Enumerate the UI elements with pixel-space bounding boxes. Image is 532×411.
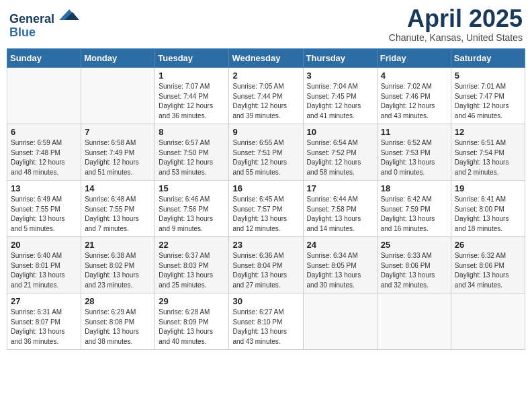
day-info: Sunrise: 6:51 AM Sunset: 7:54 PM Dayligh… [455,138,521,177]
day-info: Sunrise: 6:48 AM Sunset: 7:55 PM Dayligh… [85,195,151,234]
calendar-cell [451,293,525,350]
day-info: Sunrise: 6:45 AM Sunset: 7:57 PM Dayligh… [232,195,299,234]
logo-icon [59,7,79,23]
day-info: Sunrise: 6:32 AM Sunset: 8:06 PM Dayligh… [455,251,521,290]
day-number: 29 [159,296,225,306]
day-number: 2 [232,71,299,81]
day-number: 19 [455,183,521,193]
day-number: 22 [159,240,225,250]
day-number: 6 [11,127,77,137]
day-info: Sunrise: 6:36 AM Sunset: 8:04 PM Dayligh… [232,251,299,290]
day-number: 4 [381,71,447,81]
day-info: Sunrise: 6:29 AM Sunset: 8:08 PM Dayligh… [85,308,151,347]
day-number: 23 [232,240,299,250]
day-info: Sunrise: 6:28 AM Sunset: 8:09 PM Dayligh… [159,308,225,347]
day-number: 27 [11,296,77,306]
calendar-cell: 4Sunrise: 7:02 AM Sunset: 7:46 PM Daylig… [377,68,451,124]
calendar-week-row: 13Sunrise: 6:49 AM Sunset: 7:55 PM Dayli… [7,181,525,237]
day-info: Sunrise: 6:44 AM Sunset: 7:58 PM Dayligh… [307,195,373,234]
day-info: Sunrise: 6:40 AM Sunset: 8:01 PM Dayligh… [11,251,77,290]
day-number: 18 [381,183,447,193]
day-number: 16 [232,183,299,193]
location: Chanute, Kansas, United States [389,32,523,43]
day-number: 9 [232,127,299,137]
day-info: Sunrise: 6:41 AM Sunset: 8:00 PM Dayligh… [455,195,521,234]
calendar-cell: 18Sunrise: 6:42 AM Sunset: 7:59 PM Dayli… [377,181,451,237]
day-number: 28 [85,296,151,306]
calendar-cell: 12Sunrise: 6:51 AM Sunset: 7:54 PM Dayli… [451,124,525,181]
day-number: 20 [11,240,77,250]
calendar-cell: 30Sunrise: 6:27 AM Sunset: 8:10 PM Dayli… [229,293,303,350]
calendar-cell: 28Sunrise: 6:29 AM Sunset: 8:08 PM Dayli… [81,293,155,350]
weekday-header: Friday [377,49,451,68]
calendar-cell: 7Sunrise: 6:58 AM Sunset: 7:49 PM Daylig… [81,124,155,181]
calendar-week-row: 20Sunrise: 6:40 AM Sunset: 8:01 PM Dayli… [7,237,525,293]
day-number: 1 [159,71,225,81]
day-info: Sunrise: 7:05 AM Sunset: 7:44 PM Dayligh… [232,82,299,121]
day-number: 10 [307,127,373,137]
calendar-week-row: 27Sunrise: 6:31 AM Sunset: 8:07 PM Dayli… [7,293,525,350]
day-info: Sunrise: 6:49 AM Sunset: 7:55 PM Dayligh… [11,195,77,234]
calendar-cell: 15Sunrise: 6:46 AM Sunset: 7:56 PM Dayli… [155,181,229,237]
day-info: Sunrise: 7:02 AM Sunset: 7:46 PM Dayligh… [381,82,447,121]
day-info: Sunrise: 6:54 AM Sunset: 7:52 PM Dayligh… [307,138,373,177]
day-number: 17 [307,183,373,193]
calendar-week-row: 6Sunrise: 6:59 AM Sunset: 7:48 PM Daylig… [7,124,525,181]
calendar-cell: 1Sunrise: 7:07 AM Sunset: 7:44 PM Daylig… [155,68,229,124]
day-info: Sunrise: 6:42 AM Sunset: 7:59 PM Dayligh… [381,195,447,234]
title-block: April 2025 Chanute, Kansas, United State… [389,7,523,43]
month-title: April 2025 [389,7,523,31]
calendar-cell: 10Sunrise: 6:54 AM Sunset: 7:52 PM Dayli… [303,124,377,181]
day-number: 3 [307,71,373,81]
calendar-cell: 20Sunrise: 6:40 AM Sunset: 8:01 PM Dayli… [7,237,81,293]
calendar-week-row: 1Sunrise: 7:07 AM Sunset: 7:44 PM Daylig… [7,68,525,124]
calendar-cell: 11Sunrise: 6:52 AM Sunset: 7:53 PM Dayli… [377,124,451,181]
day-info: Sunrise: 6:31 AM Sunset: 8:07 PM Dayligh… [11,308,77,347]
calendar-cell: 26Sunrise: 6:32 AM Sunset: 8:06 PM Dayli… [451,237,525,293]
day-number: 14 [85,183,151,193]
calendar-cell [81,68,155,124]
calendar-cell: 5Sunrise: 7:01 AM Sunset: 7:47 PM Daylig… [451,68,525,124]
calendar-table: SundayMondayTuesdayWednesdayThursdayFrid… [7,48,525,350]
calendar-cell: 21Sunrise: 6:38 AM Sunset: 8:02 PM Dayli… [81,237,155,293]
weekday-header: Saturday [451,49,525,68]
calendar-cell: 3Sunrise: 7:04 AM Sunset: 7:45 PM Daylig… [303,68,377,124]
day-info: Sunrise: 6:52 AM Sunset: 7:53 PM Dayligh… [381,138,447,177]
day-number: 26 [455,240,521,250]
day-number: 12 [455,127,521,137]
day-info: Sunrise: 6:33 AM Sunset: 8:06 PM Dayligh… [381,251,447,290]
day-number: 8 [159,127,225,137]
weekday-header: Tuesday [155,49,229,68]
day-info: Sunrise: 7:04 AM Sunset: 7:45 PM Dayligh… [307,82,373,121]
calendar-cell [7,68,81,124]
calendar-cell: 8Sunrise: 6:57 AM Sunset: 7:50 PM Daylig… [155,124,229,181]
day-number: 11 [381,127,447,137]
day-info: Sunrise: 6:34 AM Sunset: 8:05 PM Dayligh… [307,251,373,290]
day-number: 24 [307,240,373,250]
calendar-cell: 6Sunrise: 6:59 AM Sunset: 7:48 PM Daylig… [7,124,81,181]
day-number: 30 [232,296,299,306]
weekday-header: Thursday [303,49,377,68]
logo: General Blue [9,7,79,40]
day-info: Sunrise: 6:58 AM Sunset: 7:49 PM Dayligh… [85,138,151,177]
calendar-cell: 2Sunrise: 7:05 AM Sunset: 7:44 PM Daylig… [229,68,303,124]
day-info: Sunrise: 6:55 AM Sunset: 7:51 PM Dayligh… [232,138,299,177]
day-number: 13 [11,183,77,193]
calendar-cell: 22Sunrise: 6:37 AM Sunset: 8:03 PM Dayli… [155,237,229,293]
weekday-header: Wednesday [229,49,303,68]
calendar-cell: 16Sunrise: 6:45 AM Sunset: 7:57 PM Dayli… [229,181,303,237]
calendar-cell [303,293,377,350]
calendar-cell: 17Sunrise: 6:44 AM Sunset: 7:58 PM Dayli… [303,181,377,237]
day-number: 25 [381,240,447,250]
day-info: Sunrise: 6:46 AM Sunset: 7:56 PM Dayligh… [159,195,225,234]
day-info: Sunrise: 6:37 AM Sunset: 8:03 PM Dayligh… [159,251,225,290]
calendar-cell: 9Sunrise: 6:55 AM Sunset: 7:51 PM Daylig… [229,124,303,181]
calendar-cell: 27Sunrise: 6:31 AM Sunset: 8:07 PM Dayli… [7,293,81,350]
day-info: Sunrise: 6:27 AM Sunset: 8:10 PM Dayligh… [232,308,299,347]
day-info: Sunrise: 6:57 AM Sunset: 7:50 PM Dayligh… [159,138,225,177]
day-number: 7 [85,127,151,137]
weekday-header: Sunday [7,49,81,68]
weekday-header: Monday [81,49,155,68]
calendar-cell [377,293,451,350]
calendar-cell: 24Sunrise: 6:34 AM Sunset: 8:05 PM Dayli… [303,237,377,293]
